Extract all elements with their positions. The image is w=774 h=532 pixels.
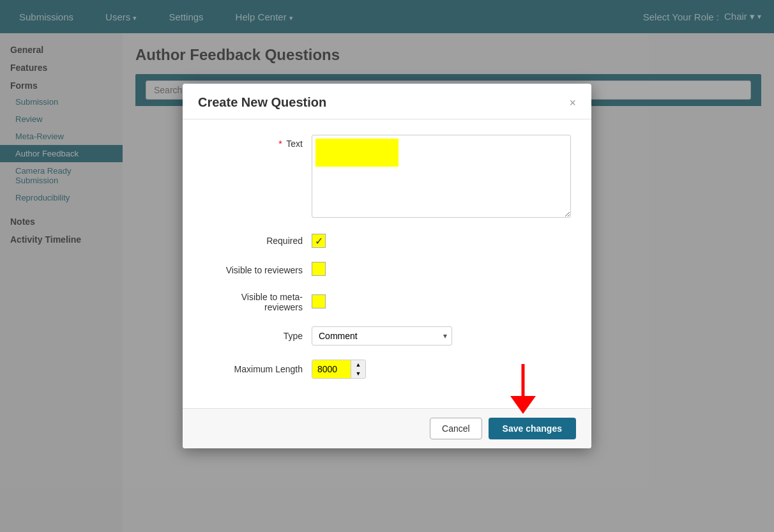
save-changes-button[interactable]: Save changes: [489, 418, 576, 439]
required-label: Required: [203, 236, 312, 246]
max-length-input[interactable]: [312, 360, 351, 378]
form-row-required: Required: [203, 234, 571, 248]
visible-meta-reviewers-wrap: [312, 294, 571, 310]
max-length-spinner: ▲ ▼: [351, 360, 365, 378]
modal-body: * Text Required Visible to: [183, 119, 591, 408]
modal-create-question: Create New Question × * Text: [183, 84, 591, 448]
form-row-max-length: Maximum Length ▲ ▼: [203, 360, 571, 379]
max-length-label: Maximum Length: [203, 364, 312, 374]
visible-reviewers-label: Visible to reviewers: [203, 265, 312, 275]
modal-title: Create New Question: [198, 95, 326, 110]
modal-footer: Cancel Save changes: [183, 408, 591, 448]
text-input[interactable]: [312, 135, 571, 218]
type-select-container: Comment Text Radio Select Checkbox ▾: [312, 326, 452, 346]
form-row-type: Type Comment Text Radio Select Checkbox …: [203, 326, 571, 346]
visible-reviewers-wrap: [312, 262, 571, 278]
text-field-label: * Text: [203, 135, 312, 149]
cancel-button[interactable]: Cancel: [430, 418, 482, 439]
type-select-wrap: Comment Text Radio Select Checkbox ▾: [312, 326, 571, 346]
type-select[interactable]: Comment Text Radio Select Checkbox: [312, 326, 452, 346]
type-label: Type: [203, 331, 312, 341]
spinner-down-button[interactable]: ▼: [351, 369, 365, 378]
textarea-wrapper: [312, 135, 571, 220]
modal-close-button[interactable]: ×: [569, 97, 576, 109]
form-row-visible-reviewers: Visible to reviewers: [203, 262, 571, 278]
required-checkbox[interactable]: [312, 234, 326, 248]
text-field-wrap: [312, 135, 571, 220]
max-length-wrap-outer: ▲ ▼: [312, 360, 571, 379]
required-checkbox-wrap: [312, 234, 571, 248]
modal-header: Create New Question ×: [183, 84, 591, 119]
modal-overlay: Create New Question × * Text: [0, 0, 774, 532]
visible-meta-reviewers-checkbox[interactable]: [312, 294, 326, 308]
visible-meta-reviewers-label: Visible to meta-reviewers: [203, 292, 312, 312]
form-row-text: * Text: [203, 135, 571, 220]
max-length-container: ▲ ▼: [312, 360, 366, 379]
spinner-up-button[interactable]: ▲: [351, 360, 365, 369]
form-row-visible-meta-reviewers: Visible to meta-reviewers: [203, 292, 571, 312]
required-asterisk: *: [278, 139, 282, 149]
visible-reviewers-checkbox[interactable]: [312, 262, 326, 276]
